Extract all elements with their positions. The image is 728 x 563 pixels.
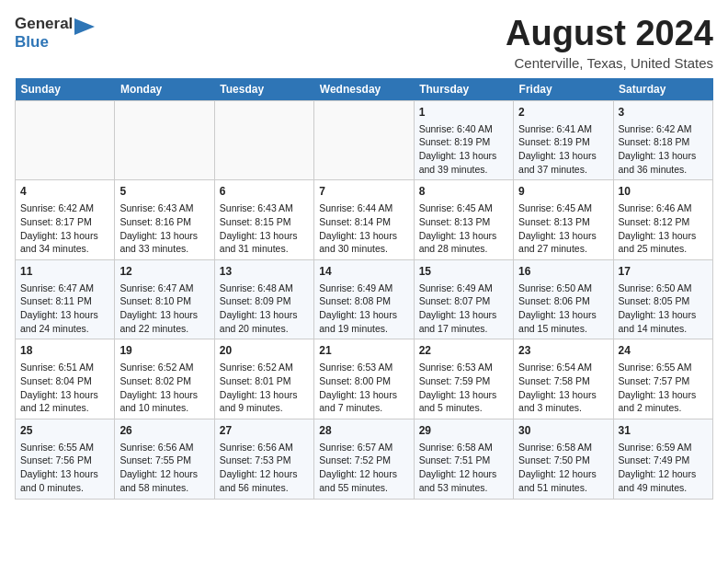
day-info: Sunrise: 6:55 AM Sunset: 7:57 PM Dayligh… <box>619 361 708 415</box>
page-header: General Blue August 2024 Centerville, Te… <box>15 15 713 71</box>
calendar-cell: 31Sunrise: 6:59 AM Sunset: 7:49 PM Dayli… <box>613 419 712 499</box>
calendar-cell: 16Sunrise: 6:50 AM Sunset: 8:06 PM Dayli… <box>514 259 613 339</box>
day-number: 28 <box>319 423 408 439</box>
day-info: Sunrise: 6:41 AM Sunset: 8:19 PM Dayligh… <box>518 122 608 177</box>
day-number: 10 <box>619 184 708 200</box>
subtitle: Centerville, Texas, United States <box>506 55 713 71</box>
day-number: 7 <box>319 184 408 200</box>
day-number: 8 <box>419 184 508 200</box>
day-info: Sunrise: 6:56 AM Sunset: 7:55 PM Dayligh… <box>119 441 209 495</box>
title-block: August 2024 Centerville, Texas, United S… <box>506 15 713 71</box>
calendar-week-row: 11Sunrise: 6:47 AM Sunset: 8:11 PM Dayli… <box>16 259 713 339</box>
day-info: Sunrise: 6:43 AM Sunset: 8:16 PM Dayligh… <box>119 201 209 256</box>
day-info: Sunrise: 6:42 AM Sunset: 8:17 PM Dayligh… <box>20 201 109 256</box>
calendar-cell: 8Sunrise: 6:45 AM Sunset: 8:13 PM Daylig… <box>414 180 513 260</box>
calendar-cell: 29Sunrise: 6:58 AM Sunset: 7:51 PM Dayli… <box>414 419 513 499</box>
day-number: 11 <box>20 264 109 280</box>
calendar-table: SundayMondayTuesdayWednesdayThursdayFrid… <box>15 78 713 500</box>
logo-line1: General <box>15 15 73 33</box>
day-of-week-header: Sunday <box>16 78 115 101</box>
day-info: Sunrise: 6:45 AM Sunset: 8:13 PM Dayligh… <box>518 201 608 256</box>
day-of-week-header: Tuesday <box>214 78 313 101</box>
day-info: Sunrise: 6:50 AM Sunset: 8:05 PM Dayligh… <box>619 282 708 336</box>
day-number: 3 <box>619 105 708 121</box>
calendar-cell: 17Sunrise: 6:50 AM Sunset: 8:05 PM Dayli… <box>613 259 712 339</box>
day-info: Sunrise: 6:45 AM Sunset: 8:13 PM Dayligh… <box>419 201 508 256</box>
calendar-cell: 12Sunrise: 6:47 AM Sunset: 8:10 PM Dayli… <box>115 259 214 339</box>
calendar-header: SundayMondayTuesdayWednesdayThursdayFrid… <box>16 78 713 101</box>
logo: General Blue <box>15 15 79 52</box>
calendar-cell: 24Sunrise: 6:55 AM Sunset: 7:57 PM Dayli… <box>613 339 712 419</box>
day-number: 17 <box>619 264 708 280</box>
day-info: Sunrise: 6:52 AM Sunset: 8:02 PM Dayligh… <box>119 361 209 415</box>
day-number: 22 <box>419 343 508 359</box>
day-number: 5 <box>119 184 209 200</box>
calendar-cell: 2Sunrise: 6:41 AM Sunset: 8:19 PM Daylig… <box>514 100 613 180</box>
logo-line2: Blue <box>15 33 73 52</box>
calendar-cell: 25Sunrise: 6:55 AM Sunset: 7:56 PM Dayli… <box>16 419 115 499</box>
day-number: 29 <box>419 423 508 439</box>
calendar-week-row: 4Sunrise: 6:42 AM Sunset: 8:17 PM Daylig… <box>16 180 713 260</box>
day-number: 18 <box>20 343 109 359</box>
day-info: Sunrise: 6:47 AM Sunset: 8:11 PM Dayligh… <box>20 282 109 336</box>
calendar-cell: 28Sunrise: 6:57 AM Sunset: 7:52 PM Dayli… <box>314 419 414 499</box>
calendar-cell: 19Sunrise: 6:52 AM Sunset: 8:02 PM Dayli… <box>115 339 214 419</box>
day-info: Sunrise: 6:58 AM Sunset: 7:50 PM Dayligh… <box>518 441 608 495</box>
day-info: Sunrise: 6:59 AM Sunset: 7:49 PM Dayligh… <box>619 441 708 495</box>
calendar-cell: 6Sunrise: 6:43 AM Sunset: 8:15 PM Daylig… <box>214 180 313 260</box>
day-of-week-header: Wednesday <box>314 78 414 101</box>
calendar-cell: 27Sunrise: 6:56 AM Sunset: 7:53 PM Dayli… <box>214 419 313 499</box>
calendar-cell: 7Sunrise: 6:44 AM Sunset: 8:14 PM Daylig… <box>314 180 414 260</box>
day-info: Sunrise: 6:57 AM Sunset: 7:52 PM Dayligh… <box>319 441 408 495</box>
calendar-cell: 23Sunrise: 6:54 AM Sunset: 7:58 PM Dayli… <box>514 339 613 419</box>
day-info: Sunrise: 6:47 AM Sunset: 8:10 PM Dayligh… <box>119 282 209 336</box>
day-number: 4 <box>20 184 109 200</box>
day-info: Sunrise: 6:40 AM Sunset: 8:19 PM Dayligh… <box>419 122 508 177</box>
calendar-cell: 22Sunrise: 6:53 AM Sunset: 7:59 PM Dayli… <box>414 339 513 419</box>
day-info: Sunrise: 6:54 AM Sunset: 7:58 PM Dayligh… <box>518 361 608 415</box>
calendar-cell: 20Sunrise: 6:52 AM Sunset: 8:01 PM Dayli… <box>214 339 313 419</box>
calendar-cell: 30Sunrise: 6:58 AM Sunset: 7:50 PM Dayli… <box>514 419 613 499</box>
day-number: 2 <box>518 105 608 121</box>
day-number: 25 <box>20 423 109 439</box>
calendar-cell <box>16 100 115 180</box>
day-info: Sunrise: 6:48 AM Sunset: 8:09 PM Dayligh… <box>220 282 309 336</box>
calendar-cell <box>314 100 414 180</box>
day-info: Sunrise: 6:42 AM Sunset: 8:18 PM Dayligh… <box>619 122 708 177</box>
day-of-week-header: Monday <box>115 78 214 101</box>
calendar-cell: 18Sunrise: 6:51 AM Sunset: 8:04 PM Dayli… <box>16 339 115 419</box>
day-info: Sunrise: 6:44 AM Sunset: 8:14 PM Dayligh… <box>319 201 408 256</box>
calendar-cell: 14Sunrise: 6:49 AM Sunset: 8:08 PM Dayli… <box>314 259 414 339</box>
day-of-week-header: Saturday <box>613 78 712 101</box>
svg-marker-0 <box>74 18 95 35</box>
calendar-cell: 3Sunrise: 6:42 AM Sunset: 8:18 PM Daylig… <box>613 100 712 180</box>
day-info: Sunrise: 6:51 AM Sunset: 8:04 PM Dayligh… <box>20 361 109 415</box>
day-number: 24 <box>619 343 708 359</box>
day-of-week-header: Thursday <box>414 78 513 101</box>
day-info: Sunrise: 6:58 AM Sunset: 7:51 PM Dayligh… <box>419 441 508 495</box>
calendar-body: 1Sunrise: 6:40 AM Sunset: 8:19 PM Daylig… <box>16 100 713 499</box>
day-number: 31 <box>619 423 708 439</box>
day-info: Sunrise: 6:55 AM Sunset: 7:56 PM Dayligh… <box>20 441 109 495</box>
day-number: 12 <box>119 264 209 280</box>
day-number: 21 <box>319 343 408 359</box>
day-number: 9 <box>518 184 608 200</box>
day-number: 20 <box>220 343 309 359</box>
day-number: 1 <box>419 105 508 121</box>
calendar-cell: 10Sunrise: 6:46 AM Sunset: 8:12 PM Dayli… <box>613 180 712 260</box>
main-title: August 2024 <box>506 15 713 53</box>
day-number: 6 <box>220 184 309 200</box>
day-info: Sunrise: 6:43 AM Sunset: 8:15 PM Dayligh… <box>220 201 309 256</box>
logo-arrow-icon <box>74 18 95 35</box>
day-number: 14 <box>319 264 408 280</box>
day-info: Sunrise: 6:50 AM Sunset: 8:06 PM Dayligh… <box>518 282 608 336</box>
day-info: Sunrise: 6:53 AM Sunset: 8:00 PM Dayligh… <box>319 361 408 415</box>
day-number: 13 <box>220 264 309 280</box>
calendar-cell: 5Sunrise: 6:43 AM Sunset: 8:16 PM Daylig… <box>115 180 214 260</box>
day-info: Sunrise: 6:49 AM Sunset: 8:07 PM Dayligh… <box>419 282 508 336</box>
day-info: Sunrise: 6:53 AM Sunset: 7:59 PM Dayligh… <box>419 361 508 415</box>
calendar-cell: 13Sunrise: 6:48 AM Sunset: 8:09 PM Dayli… <box>214 259 313 339</box>
calendar-cell: 21Sunrise: 6:53 AM Sunset: 8:00 PM Dayli… <box>314 339 414 419</box>
day-number: 27 <box>220 423 309 439</box>
day-info: Sunrise: 6:49 AM Sunset: 8:08 PM Dayligh… <box>319 282 408 336</box>
